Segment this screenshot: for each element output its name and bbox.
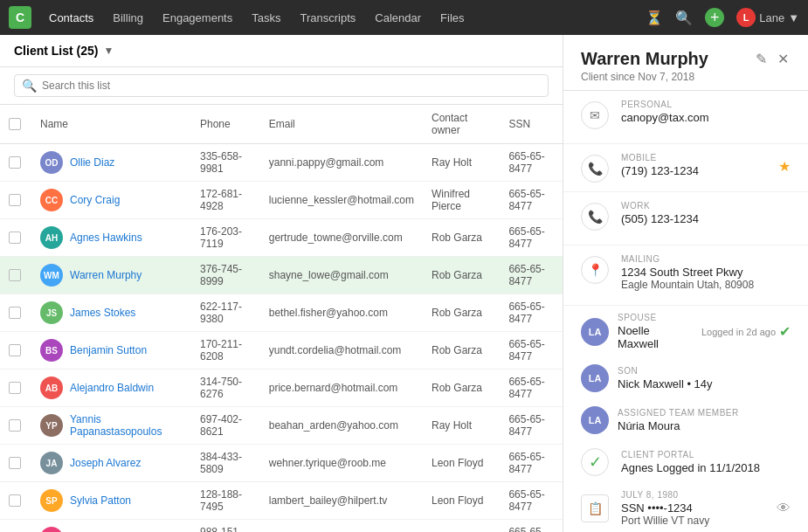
row-name-cell: BS Benjamin Sutton [31, 332, 191, 370]
edit-button[interactable]: ✎ [754, 49, 769, 69]
contact-name[interactable]: Agnes Hawkins [70, 231, 142, 244]
row-checkbox[interactable] [9, 156, 21, 169]
row-ssn-cell: 665-65-8477 [500, 294, 563, 332]
personal-email-value: canopy@tax.com [621, 111, 791, 124]
son-label: SON [618, 366, 791, 376]
table-row[interactable]: JA Joseph Alvarez 384-433-5809 wehner.ty… [0, 445, 563, 482]
row-owner-cell: Ray Holt [423, 407, 500, 445]
nav-item-transcripts[interactable]: Transcripts [291, 8, 364, 28]
nav-item-engagements[interactable]: Engagements [154, 8, 241, 28]
search-icon: 🔍 [22, 79, 37, 93]
work-phone-value: (505) 123-1234 [621, 212, 791, 225]
table-row[interactable]: AB Alejandro Baldwin 314-750-6276 price.… [0, 370, 563, 407]
close-button[interactable]: ✕ [776, 49, 791, 69]
search-input[interactable] [42, 79, 541, 92]
team-info: ASSIGNED TEAM MEMBER Núria Moura [618, 408, 791, 432]
nav-item-billing[interactable]: Billing [104, 8, 152, 28]
search-icon[interactable]: 🔍 [675, 10, 693, 26]
nav-item-contacts[interactable]: Contacts [40, 8, 102, 28]
row-checkbox[interactable] [9, 382, 21, 394]
personal-label: PERSONAL [621, 100, 791, 109]
star-icon[interactable]: ★ [778, 158, 791, 175]
table-row[interactable]: WM Warren Murphy 376-745-8999 shayne_low… [0, 257, 563, 294]
row-checkbox[interactable] [9, 231, 21, 244]
main-content: Client List (25) ▼ 🔍 Name Phone Email Co… [0, 35, 808, 532]
row-ssn-cell: 665-65-8477 [500, 332, 563, 370]
panel-header: Warren Murphy Client since Nov 7, 2018 ✎… [563, 35, 808, 91]
row-owner-cell: Leon Floyd [423, 445, 500, 482]
location-icon: 📍 [581, 256, 609, 284]
row-phone-cell: 170-211-6208 [191, 332, 260, 370]
ssn-extra: Port Willie VT navy [621, 515, 764, 527]
row-phone-cell: 697-402-8621 [191, 407, 260, 445]
nav-item-tasks[interactable]: Tasks [243, 8, 289, 28]
work-label: WORK [621, 201, 791, 211]
table-row[interactable]: YP Yannis Papanastasopoulos 697-402-8621… [0, 407, 563, 445]
list-dropdown-icon[interactable]: ▼ [103, 45, 114, 57]
row-name-cell: WM Warren Murphy [31, 257, 191, 294]
portal-icon: ✓ [581, 448, 609, 476]
work-row: 📞 WORK (505) 123-1234 [581, 201, 791, 231]
contact-avatar: AH [40, 226, 63, 249]
nav-item-calendar[interactable]: Calendar [366, 8, 430, 28]
row-checkbox[interactable] [9, 194, 21, 206]
checkbox-header [0, 105, 31, 144]
add-button[interactable]: + [705, 8, 724, 27]
row-email-cell: beahan_arden@yahoo.com [260, 407, 423, 445]
contact-name[interactable]: Sylvia Patton [70, 494, 131, 507]
row-name-cell: JS James Stokes [31, 294, 191, 332]
row-ssn-cell: 665-65-8477 [500, 182, 563, 219]
contact-name[interactable]: Benjamin Sutton [70, 344, 147, 356]
table-row[interactable]: OD Ollie Diaz 335-658-9981 yanni.pappy@g… [0, 144, 563, 182]
table-row[interactable]: AH Agnes Hawkins 176-203-7119 gertrude_t… [0, 219, 563, 257]
row-checkbox[interactable] [9, 344, 21, 356]
contact-name[interactable]: Cory Craig [70, 194, 120, 206]
ssn-date-label: JULY 8, 1980 [621, 490, 764, 500]
contact-name[interactable]: Yannis Papanastasopoulos [70, 413, 183, 438]
row-email-cell: lambert_bailey@hilpert.tv [260, 482, 423, 520]
row-ssn-cell: 665-65-8477 [500, 482, 563, 520]
col-owner: Contact owner [423, 105, 500, 144]
mailing-line2: Eagle Mountain Utah, 80908 [621, 279, 791, 291]
row-ssn-cell: 665-65-8477 [500, 219, 563, 257]
row-phone-cell: 988-151-7211 [191, 520, 260, 533]
mobile-content: MOBILE (719) 123-1234 [621, 153, 766, 177]
row-ssn-cell: 665-65-8477 [500, 370, 563, 407]
table-row[interactable]: BS Benjamin Sutton 170-211-6208 yundt.co… [0, 332, 563, 370]
eye-icon[interactable]: 👁 [777, 501, 791, 516]
spouse-label: SPOUSE [618, 313, 693, 322]
table-row[interactable]: JS James Stokes 622-117-9380 bethel.fish… [0, 294, 563, 332]
contact-name[interactable]: Joseph Alvarez [70, 457, 141, 469]
table-row[interactable]: SP Sylvia Patton 128-188-7495 lambert_ba… [0, 482, 563, 520]
table-row[interactable]: CC Cory Craig 172-681-4928 lucienne_kess… [0, 182, 563, 219]
row-checkbox-cell [0, 144, 31, 182]
team-name: Núria Moura [618, 419, 791, 432]
col-email: Email [260, 105, 423, 144]
history-icon[interactable]: ⏳ [646, 10, 663, 26]
row-phone-cell: 376-745-8999 [191, 257, 260, 294]
row-name-cell: AH Agnes Hawkins [31, 219, 191, 257]
personal-email-section: ✉ PERSONAL canopy@tax.com [563, 91, 808, 144]
row-checkbox[interactable] [9, 307, 21, 319]
contact-name[interactable]: Warren Murphy [70, 269, 142, 281]
row-checkbox[interactable] [9, 457, 21, 469]
user-chevron-icon: ▼ [788, 11, 799, 24]
contact-avatar: OD [40, 151, 63, 174]
row-checkbox[interactable] [9, 494, 21, 507]
mobile-phone-value: (719) 123-1234 [621, 164, 766, 177]
select-all-checkbox[interactable] [9, 118, 21, 130]
row-checkbox-cell [0, 520, 31, 533]
row-name-cell: OD Ollie Diaz [31, 144, 191, 182]
row-email-cell: gertrude_towne@orville.com [260, 219, 423, 257]
contact-name[interactable]: Ollie Diaz [70, 156, 114, 169]
personal-email-content: PERSONAL canopy@tax.com [621, 100, 791, 124]
contact-name[interactable]: Alejandro Baldwin [70, 382, 154, 394]
contact-name[interactable]: James Stokes [70, 307, 135, 319]
user-menu[interactable]: L Lane ▼ [736, 8, 799, 27]
contact-avatar: DM [40, 527, 63, 532]
row-checkbox[interactable] [9, 269, 21, 281]
nav-item-files[interactable]: Files [432, 8, 473, 28]
row-checkbox[interactable] [9, 419, 21, 432]
table-row[interactable]: DM Dorothy Moreno 988-151-7211 frami_zen… [0, 520, 563, 533]
son-info: SON Nick Maxwell • 14y [618, 366, 791, 390]
